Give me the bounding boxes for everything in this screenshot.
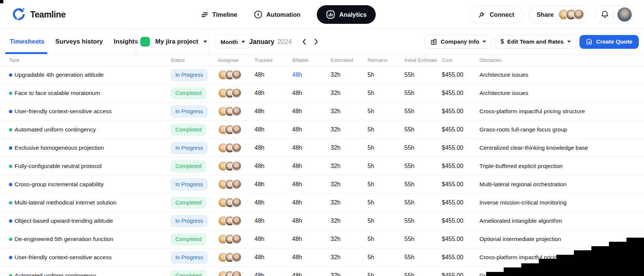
nav-item-timeline[interactable]: Timeline — [201, 11, 237, 19]
assignee-avatars[interactable] — [218, 216, 254, 226]
status-badge[interactable]: In Progress — [171, 215, 208, 227]
assignee-avatars[interactable] — [218, 124, 254, 135]
table-row[interactable]: Object-based upward-trending attitude In… — [0, 212, 644, 230]
notification-bell-icon[interactable] — [600, 10, 610, 19]
project-selector[interactable]: My jira project — [140, 29, 207, 54]
billable-value[interactable]: 48h — [292, 72, 331, 78]
status-badge[interactable]: Completed — [171, 233, 206, 245]
task-cell[interactable]: Exclusive homogeneous projection — [0, 145, 171, 151]
assignee-avatars[interactable] — [218, 106, 254, 117]
billable-value[interactable]: 48h — [292, 236, 331, 242]
task-cell[interactable]: Automated uniform contingency — [0, 126, 171, 133]
assignee-avatars[interactable] — [218, 197, 254, 208]
column-header-task[interactable]: Task — [0, 57, 171, 63]
assignee-avatars[interactable] — [218, 88, 254, 98]
user-avatar[interactable] — [618, 7, 632, 22]
assignee-avatars[interactable] — [218, 179, 254, 190]
create-quote-button[interactable]: Create Quote — [579, 35, 639, 49]
billable-value[interactable]: 48h — [292, 272, 331, 276]
status-badge[interactable]: In Progress — [171, 105, 208, 118]
status-badge[interactable]: In Progress — [171, 142, 208, 154]
task-cell[interactable]: De-engineered 5th generation function — [0, 236, 171, 242]
table-row[interactable]: Automated uniform contingency Completed … — [0, 121, 644, 139]
task-cell[interactable]: Fully-configurable neutral protocol — [0, 163, 171, 169]
billable-value[interactable]: 48h — [292, 90, 331, 96]
task-cell[interactable]: Upgradable 4th generation attitude — [0, 72, 171, 78]
period-type-dropdown[interactable]: Month — [215, 35, 251, 49]
share-button[interactable]: Share — [529, 6, 588, 23]
billable-value[interactable]: 48h — [292, 163, 331, 169]
cost-value: $455.00 — [442, 218, 479, 224]
obstacle-text: Grass-roots full-range focus group — [479, 126, 644, 133]
assignee-avatars[interactable] — [218, 143, 254, 153]
tab-surveys-history[interactable]: Surveys history — [55, 29, 103, 54]
billable-value[interactable]: 48h — [292, 218, 331, 224]
prev-month-button[interactable] — [300, 38, 308, 46]
assignee-avatars[interactable] — [218, 70, 254, 80]
share-label: Share — [537, 11, 554, 18]
billable-value[interactable]: 48h — [292, 108, 331, 115]
table-row[interactable]: Multi-lateral methodical internet soluti… — [0, 194, 644, 212]
table-header: Task Status Assignee Tracked Billable Es… — [0, 54, 644, 66]
task-cell[interactable]: Cross-group incremental capability — [0, 181, 171, 188]
avatar — [231, 88, 242, 98]
initial-estimate-value: 55h — [404, 218, 442, 224]
billable-value[interactable]: 48h — [292, 145, 331, 151]
assignee-avatars[interactable] — [218, 270, 254, 276]
status-badge[interactable]: Completed — [171, 87, 206, 99]
billable-value[interactable]: 48h — [292, 181, 331, 188]
nav-item-automation[interactable]: Automation — [254, 10, 301, 19]
billable-value[interactable]: 48h — [292, 254, 331, 261]
next-month-button[interactable] — [312, 38, 320, 46]
column-header-obstacles[interactable]: Obstacles — [479, 57, 644, 63]
status-badge[interactable]: In Progress — [171, 178, 208, 191]
tab-insights[interactable]: Insights — [114, 29, 138, 54]
status-badge[interactable]: In Progress — [171, 69, 208, 81]
status-badge[interactable]: Completed — [171, 270, 206, 276]
column-header-status[interactable]: Status — [171, 57, 218, 63]
billable-value[interactable]: 48h — [292, 199, 331, 206]
task-cell[interactable]: User-friendly context-sensitive access — [0, 254, 171, 261]
obstacle-text: Multi-lateral regional orchestration — [479, 181, 644, 188]
column-header-remains[interactable]: Remains — [368, 57, 404, 63]
tracked-value: 48h — [254, 218, 292, 224]
table-body: Upgradable 4th generation attitude In Pr… — [0, 66, 644, 276]
column-header-tracked[interactable]: Tracked — [254, 57, 292, 63]
task-cell[interactable]: Multi-lateral methodical internet soluti… — [0, 199, 171, 206]
nav-item-analytics-active[interactable]: Analytics — [317, 5, 375, 24]
column-header-cost[interactable]: Cost — [442, 57, 479, 63]
connect-button[interactable]: Connect — [469, 6, 523, 23]
status-badge[interactable]: Completed — [171, 160, 206, 172]
assignee-avatars[interactable] — [218, 234, 254, 244]
company-info-dropdown[interactable]: Company Info — [425, 35, 492, 49]
table-row[interactable]: Face to face scalable moratorium Complet… — [0, 84, 644, 102]
table-row[interactable]: Upgradable 4th generation attitude In Pr… — [0, 66, 644, 84]
sub-nav: Timesheets Surveys history Insights My j… — [0, 29, 644, 54]
table-row[interactable]: Exclusive homogeneous projection In Prog… — [0, 139, 644, 157]
table-row[interactable]: User-friendly context-sensitive access I… — [0, 102, 644, 121]
table-row[interactable]: Cross-group incremental capability In Pr… — [0, 175, 644, 194]
task-cell[interactable]: Object-based upward-trending attitude — [0, 218, 171, 224]
status-badge[interactable]: Completed — [171, 124, 206, 136]
edit-team-rates-dropdown[interactable]: $ Edit Team and Rates — [495, 35, 576, 49]
task-cell[interactable]: User-friendly context-sensitive access — [0, 108, 171, 115]
assignee-avatars[interactable] — [218, 161, 254, 171]
table-row[interactable]: Fully-configurable neutral protocol Comp… — [0, 157, 644, 175]
assignee-avatars[interactable] — [218, 252, 254, 263]
task-cell[interactable]: Face to face scalable moratorium — [0, 90, 171, 96]
status-cell: In Progress — [171, 105, 218, 118]
top-bar: Teamline Timeline Automation — [0, 0, 644, 29]
column-header-assignee[interactable]: Assignee — [218, 57, 254, 63]
brand-logo[interactable]: Teamline — [11, 0, 66, 29]
table-row[interactable]: De-engineered 5th generation function Co… — [0, 230, 644, 248]
status-badge[interactable]: Completed — [171, 197, 206, 209]
connect-label: Connect — [490, 11, 514, 18]
column-header-estimated[interactable]: Estimated — [331, 57, 368, 63]
tab-timesheets[interactable]: Timesheets — [10, 29, 44, 54]
avatar — [231, 124, 242, 135]
billable-value[interactable]: 48h — [292, 126, 331, 133]
column-header-billable[interactable]: Billable — [292, 57, 331, 63]
status-badge[interactable]: In Progress — [171, 251, 208, 264]
column-header-initial-estimate[interactable]: Initial Estimate — [404, 57, 442, 63]
task-cell[interactable]: Automated uniform contingency — [0, 272, 171, 276]
